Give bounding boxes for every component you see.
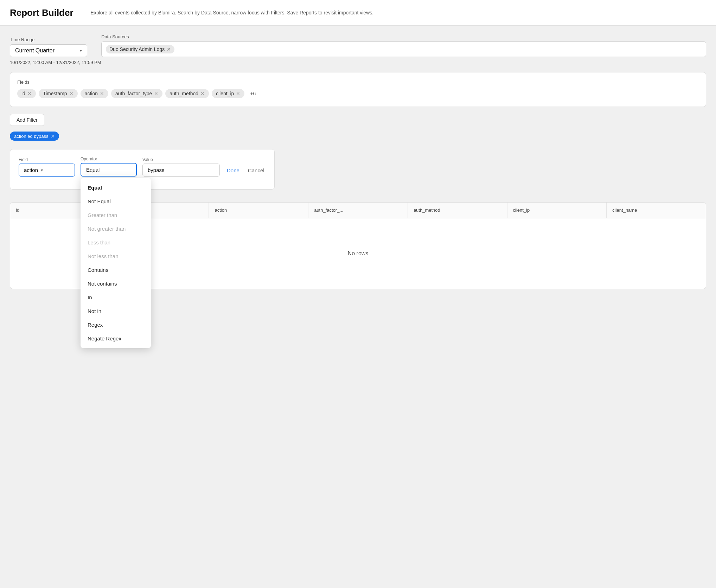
operator-option-equal[interactable]: Equal <box>81 181 151 194</box>
filter-field-value: action <box>24 167 38 173</box>
fields-label: Fields <box>17 79 699 85</box>
operator-option-not-equal[interactable]: Not Equal <box>81 194 151 208</box>
operator-editor-label: Operator <box>81 156 137 161</box>
field-editor-group: Field action ▾ <box>19 157 75 177</box>
field-tag-id-close[interactable]: ✕ <box>27 91 32 96</box>
main-content: Time Range Current Quarter ▾ Data Source… <box>0 26 716 298</box>
field-tag-auth-method: auth_method ✕ <box>165 89 209 98</box>
done-button[interactable]: Done <box>225 164 241 177</box>
app-header: Report Builder Explore all events collec… <box>0 0 716 26</box>
data-source-tag: Duo Security Admin Logs ✕ <box>106 45 174 53</box>
field-tag-auth-factor-type-label: auth_factor_type <box>115 91 152 96</box>
field-tag-action: action ✕ <box>81 89 108 98</box>
fields-extra-badge: +6 <box>247 89 258 98</box>
field-tag-auth-factor-type-close[interactable]: ✕ <box>154 91 158 96</box>
operator-option-not-in[interactable]: Not in <box>81 304 151 318</box>
add-filter-button[interactable]: Add Filter <box>10 114 44 126</box>
date-range-text: 10/1/2022, 12:00 AM - 12/31/2022, 11:59 … <box>10 60 706 65</box>
field-tag-client-ip-label: client_ip <box>216 91 234 96</box>
header-description: Explore all events collected by Blumira.… <box>91 10 374 15</box>
filter-chip-label: action eq bypass <box>14 134 49 139</box>
field-chevron-icon: ▾ <box>41 168 43 173</box>
time-range-select[interactable]: Current Quarter ▾ <box>10 44 87 57</box>
field-tag-timestamp-close[interactable]: ✕ <box>69 91 73 96</box>
operator-option-greater-than: Greater than <box>81 208 151 222</box>
no-rows-message: No rows <box>348 250 369 257</box>
field-tag-auth-factor-type: auth_factor_type ✕ <box>111 89 162 98</box>
filter-field-select[interactable]: action ▾ <box>19 164 75 177</box>
time-range-label: Time Range <box>10 37 87 42</box>
operator-selected-value: Equal <box>86 167 100 173</box>
field-tag-timestamp: Timestamp ✕ <box>39 89 78 98</box>
operator-dropdown-menu: Equal Not Equal Greater than Not greater… <box>81 178 151 348</box>
filter-chip-area: action eq bypass ✕ <box>10 132 706 146</box>
operator-option-not-greater-than: Not greater than <box>81 222 151 236</box>
field-tag-client-ip: client_ip ✕ <box>212 89 244 98</box>
data-sources-label: Data Sources <box>101 34 706 39</box>
field-tag-auth-method-close[interactable]: ✕ <box>200 91 205 96</box>
col-header-auth-method: auth_method <box>408 203 507 218</box>
filter-chip[interactable]: action eq bypass ✕ <box>10 132 59 141</box>
filter-editor-card: Field action ▾ Operator Equal Equal Not … <box>10 149 275 190</box>
data-source-tag-label: Duo Security Admin Logs <box>109 46 165 52</box>
operator-editor-group: Operator Equal Equal Not Equal Greater t… <box>81 156 137 177</box>
field-tag-auth-method-label: auth_method <box>170 91 198 96</box>
field-tag-timestamp-label: Timestamp <box>43 91 67 96</box>
data-sources-group: Data Sources Duo Security Admin Logs ✕ <box>101 34 706 57</box>
field-tag-client-ip-close[interactable]: ✕ <box>236 91 240 96</box>
time-range-value: Current Quarter <box>15 47 77 54</box>
cancel-button[interactable]: Cancel <box>247 164 266 177</box>
col-header-auth-factor: auth_factor_... <box>308 203 408 218</box>
operator-option-less-than: Less than <box>81 236 151 249</box>
field-tag-action-close[interactable]: ✕ <box>100 91 104 96</box>
data-source-tag-close[interactable]: ✕ <box>167 47 171 52</box>
chevron-down-icon: ▾ <box>80 48 82 53</box>
col-header-client-name: client_name <box>607 203 706 218</box>
field-tag-id: id ✕ <box>17 89 36 98</box>
operator-option-not-contains[interactable]: Not contains <box>81 277 151 290</box>
add-filter-label: Add Filter <box>17 117 38 123</box>
operator-option-in[interactable]: In <box>81 290 151 304</box>
field-tag-action-label: action <box>85 91 98 96</box>
field-tag-id-label: id <box>21 91 25 96</box>
top-row: Time Range Current Quarter ▾ Data Source… <box>10 34 706 57</box>
operator-option-contains[interactable]: Contains <box>81 263 151 277</box>
value-editor-group: Value <box>142 157 220 177</box>
filter-chip-close[interactable]: ✕ <box>51 133 55 139</box>
app-title: Report Builder <box>10 7 73 18</box>
time-range-group: Time Range Current Quarter ▾ <box>10 37 87 57</box>
operator-select[interactable]: Equal <box>81 163 137 177</box>
operator-option-negate-regex[interactable]: Negate Regex <box>81 332 151 345</box>
col-header-client-ip: client_ip <box>507 203 607 218</box>
filter-editor: Field action ▾ Operator Equal Equal Not … <box>19 156 266 177</box>
data-sources-box[interactable]: Duo Security Admin Logs ✕ <box>101 41 706 57</box>
operator-option-not-less-than: Not less than <box>81 249 151 263</box>
header-divider <box>82 6 82 19</box>
field-editor-label: Field <box>19 157 75 162</box>
fields-row: id ✕ Timestamp ✕ action ✕ auth_factor_ty… <box>17 89 699 98</box>
value-input[interactable] <box>142 164 220 177</box>
operator-option-regex[interactable]: Regex <box>81 318 151 332</box>
value-editor-label: Value <box>142 157 220 162</box>
col-header-action: action <box>209 203 308 218</box>
fields-section: Fields id ✕ Timestamp ✕ action ✕ auth_fa… <box>10 72 706 107</box>
